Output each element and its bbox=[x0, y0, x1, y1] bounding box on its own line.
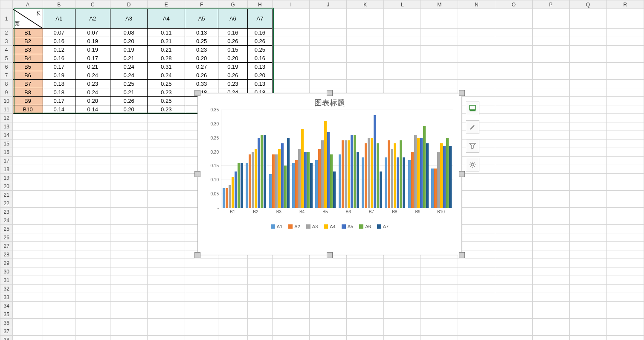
cell-D3[interactable]: 0.20 bbox=[110, 37, 148, 46]
cell-R21[interactable] bbox=[606, 191, 644, 199]
cell-C7[interactable]: 0.24 bbox=[75, 71, 110, 80]
cell-O11[interactable] bbox=[495, 105, 532, 114]
cell-N29[interactable] bbox=[458, 259, 495, 267]
cell-O3[interactable] bbox=[495, 37, 532, 46]
bar-group-B3[interactable] bbox=[268, 138, 291, 208]
cell-C17[interactable] bbox=[75, 157, 110, 165]
cell-J8[interactable] bbox=[310, 80, 347, 88]
cell-F7[interactable]: 0.26 bbox=[185, 71, 218, 80]
cell-L6[interactable] bbox=[384, 63, 421, 71]
cell-R14[interactable] bbox=[606, 131, 644, 139]
cell-D32[interactable] bbox=[110, 285, 148, 293]
bar-A7-B1[interactable] bbox=[241, 163, 243, 208]
row-header-12[interactable]: 12 bbox=[0, 114, 13, 122]
bar-A7-B5[interactable] bbox=[333, 171, 336, 208]
cell-H32[interactable] bbox=[247, 285, 273, 293]
cell-D7[interactable]: 0.24 bbox=[110, 71, 148, 80]
cell-L4[interactable] bbox=[384, 46, 421, 54]
col-header-L[interactable]: L bbox=[384, 0, 421, 9]
cell-M31[interactable] bbox=[421, 276, 458, 285]
cell-Q28[interactable] bbox=[569, 250, 606, 259]
bar-A4-B9[interactable] bbox=[417, 138, 420, 208]
cell-E36[interactable] bbox=[148, 319, 185, 327]
cell-D21[interactable] bbox=[110, 191, 148, 199]
cell-N25[interactable] bbox=[458, 225, 495, 233]
bar-A6-B10[interactable] bbox=[446, 138, 449, 208]
cell-K1[interactable] bbox=[347, 9, 384, 29]
cell-N36[interactable] bbox=[458, 319, 495, 327]
resize-handle-ne[interactable] bbox=[459, 90, 465, 96]
cell-L32[interactable] bbox=[384, 285, 421, 293]
col-header-C[interactable]: C bbox=[75, 0, 110, 9]
cell-I1[interactable] bbox=[273, 9, 310, 29]
resize-handle-nw[interactable] bbox=[194, 90, 200, 96]
cell-P19[interactable] bbox=[532, 174, 569, 182]
row-header-26[interactable]: 26 bbox=[0, 233, 13, 242]
cell-N23[interactable] bbox=[458, 208, 495, 216]
bar-A2-B2[interactable] bbox=[249, 154, 251, 208]
cell-B27[interactable] bbox=[43, 242, 75, 250]
cell-H7[interactable]: 0.20 bbox=[247, 71, 273, 80]
cell-P2[interactable] bbox=[532, 29, 569, 37]
cell-A9[interactable]: B8 bbox=[13, 88, 43, 97]
cell-C33[interactable] bbox=[75, 293, 110, 302]
cell-B19[interactable] bbox=[43, 174, 75, 182]
cell-C19[interactable] bbox=[75, 174, 110, 182]
cell-H8[interactable]: 0.13 bbox=[247, 80, 273, 88]
cell-C16[interactable] bbox=[75, 148, 110, 157]
cell-R38[interactable] bbox=[606, 336, 644, 340]
cell-M35[interactable] bbox=[421, 310, 458, 319]
cell-D19[interactable] bbox=[110, 174, 148, 182]
cell-I36[interactable] bbox=[273, 319, 310, 327]
bar-A3-B1[interactable] bbox=[229, 185, 231, 208]
cell-D8[interactable]: 0.25 bbox=[110, 80, 148, 88]
cell-P17[interactable] bbox=[532, 157, 569, 165]
row-header-2[interactable]: 2 bbox=[0, 29, 13, 37]
cell-B15[interactable] bbox=[43, 139, 75, 148]
cell-G30[interactable] bbox=[218, 267, 247, 276]
cell-D34[interactable] bbox=[110, 302, 148, 310]
cell-C23[interactable] bbox=[75, 208, 110, 216]
cell-O31[interactable] bbox=[495, 276, 532, 285]
cell-D23[interactable] bbox=[110, 208, 148, 216]
cell-Q12[interactable] bbox=[569, 114, 606, 122]
cell-E35[interactable] bbox=[148, 310, 185, 319]
cell-A29[interactable] bbox=[13, 259, 43, 267]
cell-M34[interactable] bbox=[421, 302, 458, 310]
bar-A5-B8[interactable] bbox=[397, 157, 399, 208]
cell-A4[interactable]: B3 bbox=[13, 46, 43, 54]
cell-N33[interactable] bbox=[458, 293, 495, 302]
bar-A3-B9[interactable] bbox=[414, 135, 417, 208]
col-header-P[interactable]: P bbox=[532, 0, 569, 9]
row-header-1[interactable]: 1 bbox=[0, 9, 13, 29]
cell-N7[interactable] bbox=[458, 71, 495, 80]
cell-R20[interactable] bbox=[606, 182, 644, 191]
cell-O38[interactable] bbox=[495, 336, 532, 340]
bar-A6-B2[interactable] bbox=[261, 135, 263, 208]
row-header-33[interactable]: 33 bbox=[0, 293, 13, 302]
cell-E25[interactable] bbox=[148, 225, 185, 233]
cell-I30[interactable] bbox=[273, 267, 310, 276]
cell-R31[interactable] bbox=[606, 276, 644, 285]
cell-B21[interactable] bbox=[43, 191, 75, 199]
col-header-A[interactable]: A bbox=[13, 0, 43, 9]
col-header-G[interactable]: G bbox=[218, 0, 247, 9]
cell-F5[interactable]: 0.20 bbox=[185, 54, 218, 63]
chart-styles-button[interactable] bbox=[466, 120, 479, 134]
cell-A5[interactable]: B4 bbox=[13, 54, 43, 63]
cell-Q18[interactable] bbox=[569, 165, 606, 174]
cell-D2[interactable]: 0.08 bbox=[110, 29, 148, 37]
cell-J31[interactable] bbox=[310, 276, 347, 285]
cell-O17[interactable] bbox=[495, 157, 532, 165]
bar-A7-B7[interactable] bbox=[380, 171, 382, 208]
row-header-30[interactable]: 30 bbox=[0, 267, 13, 276]
cell-P29[interactable] bbox=[532, 259, 569, 267]
cell-B28[interactable] bbox=[43, 250, 75, 259]
cell-K3[interactable] bbox=[347, 37, 384, 46]
cell-P31[interactable] bbox=[532, 276, 569, 285]
cell-K29[interactable] bbox=[347, 259, 384, 267]
cell-C26[interactable] bbox=[75, 233, 110, 242]
col-header-B[interactable]: B bbox=[43, 0, 75, 9]
cell-N30[interactable] bbox=[458, 267, 495, 276]
cell-F1[interactable]: A5 bbox=[185, 9, 218, 29]
